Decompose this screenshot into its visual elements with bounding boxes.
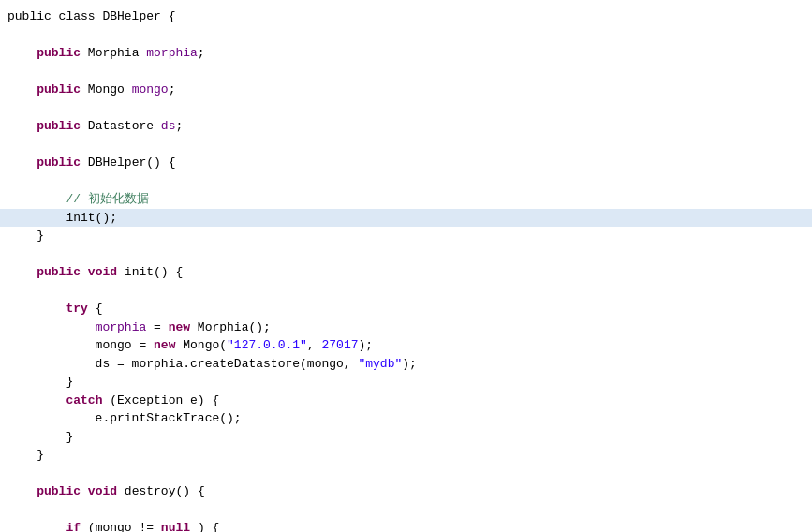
code-token-plain: { [88,300,103,318]
code-token-plain: Mongo [81,81,132,99]
code-token-plain [7,263,37,282]
code-line: mongo = new Mongo("127.0.0.1", 27017); [0,336,812,355]
code-token-plain: ; [175,117,183,136]
code-token-plain: ; [169,81,176,99]
code-line: } [0,446,812,465]
code-token-plain: } [7,373,73,392]
code-token-plain: ); [359,336,374,355]
code-line [0,26,812,45]
code-token-comment: // 初始化数据 [66,190,148,209]
code-token-plain: } [7,227,44,245]
code-line: ds = morphia.createDatastore(mongo, "myd… [0,355,812,374]
code-token-plain [81,263,88,282]
code-token-plain [7,392,66,410]
code-token-plain: } [7,446,44,465]
code-token-plain: Mongo( [175,336,227,355]
code-token-plain: init(); [7,209,117,228]
code-line: public void destroy() { [0,482,812,501]
code-token-kw: void [88,263,117,282]
code-token-plain: mongo = [7,336,154,355]
code-token-kw: null [161,519,190,532]
code-token-plain: } [7,428,73,447]
code-line: public void init() { [0,263,812,282]
code-token-plain: Morphia [81,44,146,63]
code-line: } [0,373,812,392]
code-token-plain: = [146,318,168,337]
code-line [0,245,812,264]
code-line: public Mongo mongo; [0,81,812,99]
code-line [0,99,812,118]
code-token-plain: , [307,336,322,355]
code-token-varname: morphia [146,44,198,63]
code-token-plain [7,482,37,501]
code-token-plain [7,300,66,318]
code-line: } [0,227,812,245]
code-token-plain: (Exception e) { [102,392,219,410]
code-token-plain: ); [402,355,417,374]
code-token-kw: if [66,519,81,532]
code-token-varname: ds [161,117,176,136]
code-token-kw: try [66,300,87,318]
code-token-string: "127.0.0.1" [227,336,307,355]
code-line: try { [0,300,812,318]
code-token-plain: e.printStackTrace(); [7,409,242,428]
code-token-plain [7,190,66,209]
code-line: public DBHelper() { [0,154,812,172]
code-token-kw: public [37,263,81,282]
code-token-plain: (mongo != [81,519,161,532]
code-token-plain: Morphia(); [190,318,271,337]
code-token-kw: public [37,81,81,99]
code-token-plain: destroy() { [117,482,205,501]
code-line: e.printStackTrace(); [0,409,812,428]
code-token-plain [7,81,37,99]
code-line [0,63,812,81]
code-token-kw: catch [66,392,102,410]
code-line [0,282,812,301]
code-line: init(); [0,209,812,228]
code-line: if (mongo != null ) { [0,519,812,532]
code-token-plain [7,519,66,532]
code-line: public class DBHelper { [0,7,812,26]
code-token-number: 27017 [321,336,358,355]
code-line: catch (Exception e) { [0,392,812,410]
code-line [0,501,812,520]
code-token-kw: new [169,318,190,337]
code-token-varname: mongo [132,81,169,99]
code-line: } [0,428,812,447]
code-token-kw: public [37,117,81,136]
code-token-plain: public class DBHelper { [7,7,175,26]
code-token-kw: void [88,482,117,501]
code-token-kw: public [37,44,81,63]
code-token-varname: morphia [96,318,147,337]
code-token-kw: new [154,336,175,355]
code-line: public Datastore ds; [0,117,812,136]
code-line: public Morphia morphia; [0,44,812,63]
code-line: // 初始化数据 [0,190,812,209]
code-line [0,172,812,191]
code-token-plain [81,482,88,501]
code-token-plain: init() { [117,263,183,282]
code-token-plain: DBHelper() { [81,154,175,172]
code-token-plain [7,154,37,172]
code-token-plain: Datastore [81,117,161,136]
code-token-string: "mydb" [358,355,402,374]
code-token-plain [7,44,37,63]
code-token-plain: ; [198,44,205,63]
code-token-kw: public [37,482,81,501]
code-line [0,136,812,155]
code-line [0,465,812,483]
code-token-plain [7,318,96,337]
code-token-plain: ) { [190,519,219,532]
code-token-plain [7,117,37,136]
code-editor: public class DBHelper { public Morphia m… [0,0,812,532]
code-line: morphia = new Morphia(); [0,318,812,337]
code-token-plain: ds = morphia.createDatastore(mongo, [7,355,358,374]
code-token-kw: public [37,154,81,172]
